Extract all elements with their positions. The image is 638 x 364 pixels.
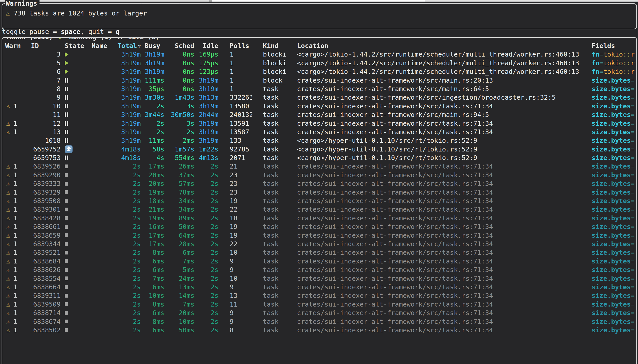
cell-idle: 3h19m [194,136,218,145]
cell-total: 2s [116,291,141,300]
task-row[interactable]: 113h19m3m44s30m50s2h44m2401320taskcrates… [2,110,636,119]
column-header-name[interactable]: Name [92,42,116,50]
cell-warn: ⚠1 [2,102,29,110]
cell-state [60,257,92,266]
cell-location: crates/sui-indexer-alt-framework/src/tas… [286,326,590,334]
task-row[interactable]: 83h19m35µs0ns3h19m1taskcrates/sui-indexe… [2,84,636,93]
scrollbar-thumb[interactable] [212,0,425,2]
cell-kind: task [252,119,286,128]
cell-total: 2s [116,205,141,214]
task-row[interactable]: ⚠168393012s21ms34ms2s22taskcrates/sui-in… [2,205,636,214]
column-header-warn[interactable]: Warn [2,42,29,50]
cell-name [92,240,116,248]
task-row[interactable]: ⚠168393442s17ms28ms2s22taskcrates/sui-in… [2,240,636,248]
task-row[interactable]: 33h19m3h19m0ns169µs1blocking<cargo>/toki… [2,50,636,58]
cell-warn: ⚠1 [2,171,29,179]
cell-warn: ⚠1 [2,240,29,248]
cell-task-id: 3 [29,50,60,58]
warn-count: 1 [13,188,17,196]
field-key: fn [592,50,600,58]
task-row[interactable]: 66597534m18s4s554ms4m13s2071task<cargo>/… [2,154,636,162]
cell-state [60,145,92,154]
task-row[interactable]: ⚠168395212s8ms6ms2s10taskcrates/sui-inde… [2,248,636,257]
task-row[interactable]: 66597524m18s58s1m57s1m22s92785task<cargo… [2,145,636,154]
task-row[interactable]: ⚠168395262s17ms26ms2s21taskcrates/sui-in… [2,162,636,170]
cell-kind: task [252,102,286,110]
cell-sched: 57ms [164,179,194,188]
cell-fields: size.bytes= [590,274,636,283]
task-row[interactable]: ⚠168395092s8ms7ms2s11taskcrates/sui-inde… [2,300,636,308]
field-equals: = [631,120,635,127]
cell-sched: 3s [164,119,194,128]
task-row[interactable]: ⚠168385542s7ms24ms2s10taskcrates/sui-ind… [2,274,636,283]
task-row[interactable]: ⚠1123h19m2s3s3h19m13591taskcrates/sui-in… [2,119,636,128]
cell-kind: task [252,110,286,119]
task-row[interactable]: ⚠168385022s6ms50ms2s8taskcrates/sui-inde… [2,326,636,334]
column-header-polls[interactable]: Polls [218,42,252,50]
pause-icon [65,78,68,82]
task-row[interactable]: 63h19m3h19m0ns123µs1blocking<cargo>/toki… [2,67,636,76]
warnings-panel-title: Warnings [5,0,40,8]
task-row[interactable]: ⚠168386742s8ms10ms2s9taskcrates/sui-inde… [2,317,636,326]
cell-polls: 19 [218,222,252,231]
column-header-idle[interactable]: Idle [194,42,218,50]
task-row[interactable]: ⚠168386842s6ms7ms2s9taskcrates/sui-index… [2,257,636,266]
cell-fields: size.bytes= [590,76,636,84]
task-row[interactable]: 53h19m3h19m0ns175µs1blocking<cargo>/toki… [2,59,636,67]
column-header-state[interactable]: State [60,42,92,50]
task-row[interactable]: ⚠168392902s20ms37ms2s23taskcrates/sui-in… [2,171,636,179]
field-equals: = [600,68,603,76]
column-header-kind[interactable]: Kind [252,42,286,50]
cell-busy: 3h19m [141,67,164,76]
field-key: size.bytes [592,171,631,179]
cell-warn: ⚠1 [2,214,29,222]
column-header-total[interactable]: Total▿ [116,42,141,50]
task-row[interactable]: 10183h19m11ms2ms3h19m133task<cargo>/hype… [2,136,636,145]
cell-warn: ⚠1 [2,274,29,283]
column-header-busy[interactable]: Busy [141,42,164,50]
task-row[interactable]: ⚠1103h19m2s3s3h19m13580taskcrates/sui-in… [2,102,636,110]
task-row[interactable]: ⚠168386642s6ms13ms2s9taskcrates/sui-inde… [2,283,636,291]
field-equals: = [631,76,635,84]
running-icon [65,52,68,57]
cell-name [92,84,116,93]
cell-warn: ⚠1 [2,283,29,291]
task-row[interactable]: ⚠168393112s10ms14ms2s13taskcrates/sui-in… [2,291,636,300]
cell-state [60,119,92,128]
cell-warn [2,154,29,162]
task-row[interactable]: ⚠168395082s18ms34ms2s19taskcrates/sui-in… [2,196,636,205]
task-row[interactable]: 93h19m3m30s1m43s3h13m3322633taskcrates/s… [2,93,636,102]
field-key: size.bytes [592,300,631,308]
cell-task-id: 6838659 [29,231,60,240]
task-row[interactable]: ⚠168386262s6ms5ms2s9taskcrates/sui-index… [2,266,636,274]
task-row[interactable]: ⚠168386592s17ms64ms2s19taskcrates/sui-in… [2,231,636,240]
task-row[interactable]: ⚠168393332s20ms57ms2s23taskcrates/sui-in… [2,179,636,188]
column-header-loc[interactable]: Location [286,42,590,50]
column-header-label: ID [31,42,39,50]
cell-polls: 9 [218,308,252,317]
task-row[interactable]: ⚠168393292s19ms78ms2s23taskcrates/sui-in… [2,188,636,196]
cell-kind: task [252,205,286,214]
field-equals: = [631,266,635,274]
cell-name [92,162,116,170]
column-header-id[interactable]: ID [29,42,60,50]
task-row[interactable]: 73h19m111ms0ns3h19m1block_oncrates/sui-i… [2,76,636,84]
task-row[interactable]: ⚠168386612s16ms50ms2s19taskcrates/sui-in… [2,222,636,231]
cell-idle: 2s [194,283,218,291]
cell-fields: size.bytes= [590,326,636,334]
cell-idle: 2s [194,196,218,205]
column-header-sched[interactable]: Sched [164,42,194,50]
cell-busy: 3h19m [141,59,164,67]
task-row[interactable]: ⚠168384282s19ms89ms2s18taskcrates/sui-in… [2,214,636,222]
column-header-fields[interactable]: Fields [590,42,636,50]
task-row[interactable]: ⚠1133h19m2s2s3h19m13587taskcrates/sui-in… [2,128,636,136]
cell-location: crates/sui-indexer-alt-framework/src/tas… [286,291,590,300]
task-row[interactable]: ⚠168387142s6ms20ms2s9taskcrates/sui-inde… [2,308,636,317]
cell-fields: size.bytes= [590,222,636,231]
warn-count: 1 [13,258,17,265]
cell-warn: ⚠1 [2,248,29,257]
cell-kind: task [252,266,286,274]
cell-busy: 17ms [141,231,164,240]
cell-state [60,50,92,58]
field-equals: = [631,249,635,256]
